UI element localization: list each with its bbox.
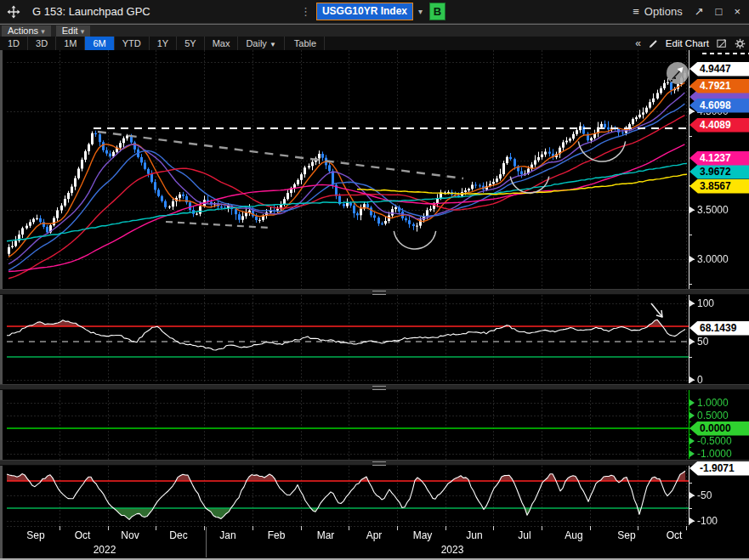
price-label-chip-7: 3.8567 — [689, 179, 749, 194]
price-label-chip-3: 4.6098 — [689, 99, 749, 113]
x-axis-month-label: Feb — [268, 529, 286, 541]
tick-arrow-icon — [689, 338, 695, 345]
x-axis-month-label: Sep — [617, 529, 635, 541]
x-axis-month-label: Jun — [466, 529, 482, 541]
study2-axis-tick: -1.0000 — [689, 448, 732, 460]
rsi-value-chip: 68.1439 — [689, 321, 749, 336]
study2-axis-tick: 0.5000 — [689, 410, 729, 421]
rsi-axis-tick-label: 50 — [697, 336, 708, 348]
price-label-chip-6: 3.9672 — [689, 165, 749, 179]
x-axis-month-label: Aug — [565, 529, 582, 541]
x-axis-year-label: 2023 — [441, 544, 464, 556]
rsi-axis-tick-label: 100 — [697, 297, 714, 309]
panel-divider-study2[interactable] — [0, 384, 749, 390]
x-axis-month-label: Oct — [667, 529, 683, 541]
rsi-axis-tick: 100 — [689, 297, 714, 309]
x-axis-year-label: 2022 — [94, 544, 116, 556]
tick-arrow-icon — [689, 492, 695, 499]
study2-axis-tick: 1.0000 — [689, 397, 729, 409]
tick-arrow-icon — [689, 376, 695, 383]
x-axis-month-label: May — [413, 529, 433, 541]
window-left-border — [0, 50, 3, 558]
study2-axis-tick-label: -0.5000 — [697, 435, 732, 447]
price-axis-tick-label: 3.5000 — [697, 204, 729, 216]
study2-value-chip: 0.0000 — [689, 421, 749, 436]
x-axis-month-label: Dec — [169, 529, 187, 541]
price-label-chip-5: 4.1237 — [689, 151, 749, 166]
divider-grip-icon — [372, 386, 386, 390]
x-axis-month-label: Sep — [26, 529, 44, 541]
price-axis-tick: 3.5000 — [689, 204, 729, 216]
study2-axis-tick-label: 0.5000 — [697, 410, 729, 421]
tick-arrow-icon — [689, 300, 695, 307]
tick-arrow-icon — [689, 438, 695, 444]
x-axis-month-label: Nov — [121, 529, 139, 541]
tick-arrow-icon — [689, 206, 695, 213]
price-label-chip-4: 4.4089 — [689, 118, 749, 133]
study3-axis-tick-label: -100 — [697, 515, 718, 527]
x-axis-month-label: Apr — [366, 529, 383, 541]
study2-axis-tick-label: 1.0000 — [697, 397, 729, 409]
study3-axis-tick: -100 — [689, 515, 718, 527]
tick-arrow-icon — [689, 518, 695, 524]
divider-grip-icon — [372, 461, 386, 466]
x-axis-month-label: Oct — [75, 529, 91, 541]
divider-grip-icon — [372, 291, 386, 295]
study3-value-chip: -1.9071 — [689, 461, 749, 476]
price-axis-tick-label: 3.0000 — [697, 253, 729, 265]
panel-divider-study3[interactable] — [0, 460, 749, 466]
tick-arrow-icon — [689, 399, 695, 406]
tick-arrow-icon — [689, 450, 695, 457]
x-axis-month-label: Jan — [219, 529, 235, 541]
price-label-chip-0: 4.9447 — [689, 62, 749, 76]
study2-axis-tick: -0.5000 — [689, 435, 732, 447]
tick-arrow-icon — [689, 412, 695, 419]
study2-axis-tick-label: -1.0000 — [697, 448, 732, 460]
x-axis-month-label: Jul — [518, 529, 531, 541]
study3-axis-tick-label: -50 — [697, 489, 712, 501]
main-chart-canvas[interactable] — [0, 0, 749, 560]
study3-axis-tick: -50 — [689, 489, 712, 501]
price-axis-tick: 3.0000 — [689, 253, 729, 265]
bloomberg-launchpad-window: G 153: Launchpad GPC ⋮ USGG10YR Index ▾ … — [0, 0, 749, 560]
rsi-axis-tick: 50 — [689, 336, 708, 348]
x-axis-month-label: Mar — [317, 529, 335, 541]
panel-divider-rsi[interactable] — [0, 289, 749, 295]
price-label-chip-1: 4.7921 — [689, 79, 749, 93]
tick-arrow-icon — [689, 256, 695, 263]
